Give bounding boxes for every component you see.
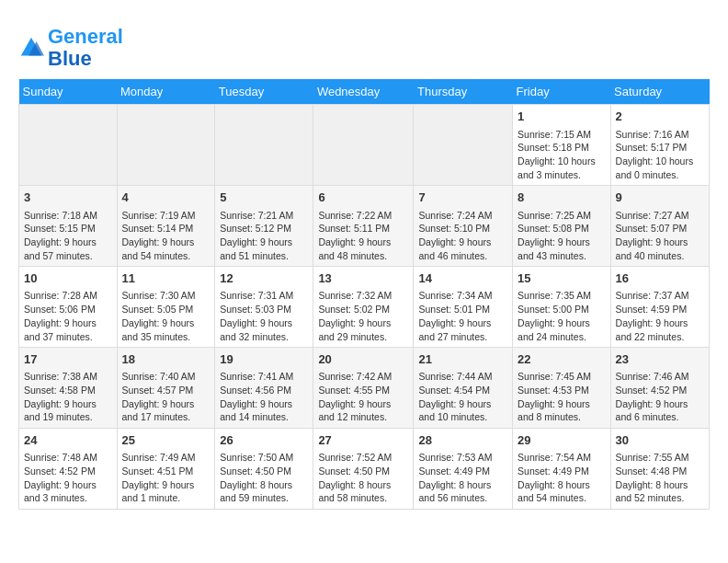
day-info: Sunrise: 7:44 AM Sunset: 4:54 PM Dayligh…: [418, 370, 507, 424]
calendar-cell: 17Sunrise: 7:38 AM Sunset: 4:58 PM Dayli…: [19, 348, 118, 429]
calendar-cell: 7Sunrise: 7:24 AM Sunset: 5:10 PM Daylig…: [414, 186, 513, 267]
calendar-cell: 14Sunrise: 7:34 AM Sunset: 5:01 PM Dayli…: [414, 267, 513, 348]
calendar-cell: 26Sunrise: 7:50 AM Sunset: 4:50 PM Dayli…: [215, 429, 313, 510]
day-info: Sunrise: 7:52 AM Sunset: 4:50 PM Dayligh…: [318, 451, 408, 505]
calendar-cell: 28Sunrise: 7:53 AM Sunset: 4:49 PM Dayli…: [414, 429, 513, 510]
day-info: Sunrise: 7:50 AM Sunset: 4:50 PM Dayligh…: [220, 451, 308, 505]
weekday-header-friday: Friday: [513, 79, 611, 105]
day-info: Sunrise: 7:31 AM Sunset: 5:03 PM Dayligh…: [220, 289, 308, 343]
day-number: 7: [418, 190, 507, 206]
day-info: Sunrise: 7:55 AM Sunset: 4:48 PM Dayligh…: [616, 451, 704, 505]
weekday-header-sunday: Sunday: [19, 79, 118, 105]
calendar-cell: 9Sunrise: 7:27 AM Sunset: 5:07 PM Daylig…: [610, 186, 709, 267]
calendar-cell: 22Sunrise: 7:45 AM Sunset: 4:53 PM Dayli…: [513, 348, 611, 429]
day-info: Sunrise: 7:19 AM Sunset: 5:14 PM Dayligh…: [122, 209, 210, 263]
day-info: Sunrise: 7:21 AM Sunset: 5:12 PM Dayligh…: [220, 209, 308, 263]
day-number: 11: [122, 270, 210, 287]
day-info: Sunrise: 7:16 AM Sunset: 5:17 PM Dayligh…: [616, 128, 704, 182]
weekday-header-wednesday: Wednesday: [313, 79, 414, 105]
day-number: 10: [24, 270, 112, 287]
day-info: Sunrise: 7:35 AM Sunset: 5:00 PM Dayligh…: [518, 289, 606, 343]
week-row-4: 17Sunrise: 7:38 AM Sunset: 4:58 PM Dayli…: [19, 348, 710, 429]
logo-icon: [18, 35, 44, 61]
calendar-cell: 11Sunrise: 7:30 AM Sunset: 5:05 PM Dayli…: [117, 267, 215, 348]
day-number: 28: [418, 432, 507, 449]
logo-text: General Blue: [48, 26, 123, 70]
calendar-cell: 3Sunrise: 7:18 AM Sunset: 5:15 PM Daylig…: [19, 186, 118, 267]
day-info: Sunrise: 7:18 AM Sunset: 5:15 PM Dayligh…: [24, 209, 112, 263]
calendar-cell: 12Sunrise: 7:31 AM Sunset: 5:03 PM Dayli…: [215, 267, 313, 348]
day-number: 6: [318, 190, 408, 206]
weekday-header-saturday: Saturday: [610, 79, 709, 105]
calendar-cell: 8Sunrise: 7:25 AM Sunset: 5:08 PM Daylig…: [513, 186, 611, 267]
calendar-cell: 15Sunrise: 7:35 AM Sunset: 5:00 PM Dayli…: [513, 267, 611, 348]
day-info: Sunrise: 7:45 AM Sunset: 4:53 PM Dayligh…: [518, 370, 606, 424]
calendar-cell: [117, 105, 215, 186]
calendar-cell: 27Sunrise: 7:52 AM Sunset: 4:50 PM Dayli…: [313, 429, 414, 510]
day-info: Sunrise: 7:24 AM Sunset: 5:10 PM Dayligh…: [418, 209, 507, 263]
day-number: 20: [318, 351, 408, 368]
calendar-cell: 13Sunrise: 7:32 AM Sunset: 5:02 PM Dayli…: [313, 267, 414, 348]
calendar-cell: 24Sunrise: 7:48 AM Sunset: 4:52 PM Dayli…: [19, 429, 118, 510]
day-info: Sunrise: 7:27 AM Sunset: 5:07 PM Dayligh…: [616, 209, 704, 263]
calendar-cell: 25Sunrise: 7:49 AM Sunset: 4:51 PM Dayli…: [117, 429, 215, 510]
day-info: Sunrise: 7:15 AM Sunset: 5:18 PM Dayligh…: [518, 128, 606, 182]
calendar-cell: [313, 105, 414, 186]
page-header: General Blue: [18, 18, 710, 70]
day-number: 14: [418, 270, 507, 287]
day-number: 24: [24, 432, 112, 449]
day-info: Sunrise: 7:49 AM Sunset: 4:51 PM Dayligh…: [122, 451, 210, 505]
day-number: 15: [518, 270, 606, 287]
calendar-body: 1Sunrise: 7:15 AM Sunset: 5:18 PM Daylig…: [19, 105, 710, 510]
weekday-header-row: SundayMondayTuesdayWednesdayThursdayFrid…: [19, 79, 710, 105]
week-row-1: 1Sunrise: 7:15 AM Sunset: 5:18 PM Daylig…: [19, 105, 710, 186]
calendar-cell: 23Sunrise: 7:46 AM Sunset: 4:52 PM Dayli…: [610, 348, 709, 429]
day-number: 4: [122, 190, 210, 206]
weekday-header-monday: Monday: [117, 79, 215, 105]
day-number: 13: [318, 270, 408, 287]
day-number: 22: [518, 351, 606, 368]
calendar-cell: [215, 105, 313, 186]
day-number: 21: [418, 351, 507, 368]
day-number: 23: [616, 351, 704, 368]
calendar-cell: 18Sunrise: 7:40 AM Sunset: 4:57 PM Dayli…: [117, 348, 215, 429]
day-number: 5: [220, 190, 308, 206]
weekday-header-tuesday: Tuesday: [215, 79, 313, 105]
day-info: Sunrise: 7:32 AM Sunset: 5:02 PM Dayligh…: [318, 289, 408, 343]
calendar-table: SundayMondayTuesdayWednesdayThursdayFrid…: [18, 79, 710, 510]
calendar-cell: 16Sunrise: 7:37 AM Sunset: 4:59 PM Dayli…: [610, 267, 709, 348]
day-number: 12: [220, 270, 308, 287]
day-number: 16: [616, 270, 704, 287]
day-number: 8: [518, 190, 606, 206]
calendar-cell: 29Sunrise: 7:54 AM Sunset: 4:49 PM Dayli…: [513, 429, 611, 510]
day-info: Sunrise: 7:54 AM Sunset: 4:49 PM Dayligh…: [518, 451, 606, 505]
day-number: 26: [220, 432, 308, 449]
calendar-cell: 5Sunrise: 7:21 AM Sunset: 5:12 PM Daylig…: [215, 186, 313, 267]
day-info: Sunrise: 7:30 AM Sunset: 5:05 PM Dayligh…: [122, 289, 210, 343]
calendar-header: SundayMondayTuesdayWednesdayThursdayFrid…: [19, 79, 710, 105]
calendar-cell: 4Sunrise: 7:19 AM Sunset: 5:14 PM Daylig…: [117, 186, 215, 267]
day-info: Sunrise: 7:22 AM Sunset: 5:11 PM Dayligh…: [318, 209, 408, 263]
calendar-cell: 21Sunrise: 7:44 AM Sunset: 4:54 PM Dayli…: [414, 348, 513, 429]
day-number: 18: [122, 351, 210, 368]
day-info: Sunrise: 7:34 AM Sunset: 5:01 PM Dayligh…: [418, 289, 507, 343]
day-number: 27: [318, 432, 408, 449]
day-number: 17: [24, 351, 112, 368]
day-number: 25: [122, 432, 210, 449]
day-number: 29: [518, 432, 606, 449]
calendar-cell: 2Sunrise: 7:16 AM Sunset: 5:17 PM Daylig…: [610, 105, 709, 186]
calendar-cell: 6Sunrise: 7:22 AM Sunset: 5:11 PM Daylig…: [313, 186, 414, 267]
calendar-cell: [414, 105, 513, 186]
day-info: Sunrise: 7:28 AM Sunset: 5:06 PM Dayligh…: [24, 289, 112, 343]
day-info: Sunrise: 7:42 AM Sunset: 4:55 PM Dayligh…: [318, 370, 408, 424]
day-number: 9: [616, 190, 704, 206]
day-info: Sunrise: 7:40 AM Sunset: 4:57 PM Dayligh…: [122, 370, 210, 424]
day-info: Sunrise: 7:41 AM Sunset: 4:56 PM Dayligh…: [220, 370, 308, 424]
calendar-cell: 20Sunrise: 7:42 AM Sunset: 4:55 PM Dayli…: [313, 348, 414, 429]
weekday-header-thursday: Thursday: [414, 79, 513, 105]
day-info: Sunrise: 7:38 AM Sunset: 4:58 PM Dayligh…: [24, 370, 112, 424]
day-number: 19: [220, 351, 308, 368]
calendar-cell: 30Sunrise: 7:55 AM Sunset: 4:48 PM Dayli…: [610, 429, 709, 510]
day-number: 1: [518, 109, 606, 125]
week-row-3: 10Sunrise: 7:28 AM Sunset: 5:06 PM Dayli…: [19, 267, 710, 348]
